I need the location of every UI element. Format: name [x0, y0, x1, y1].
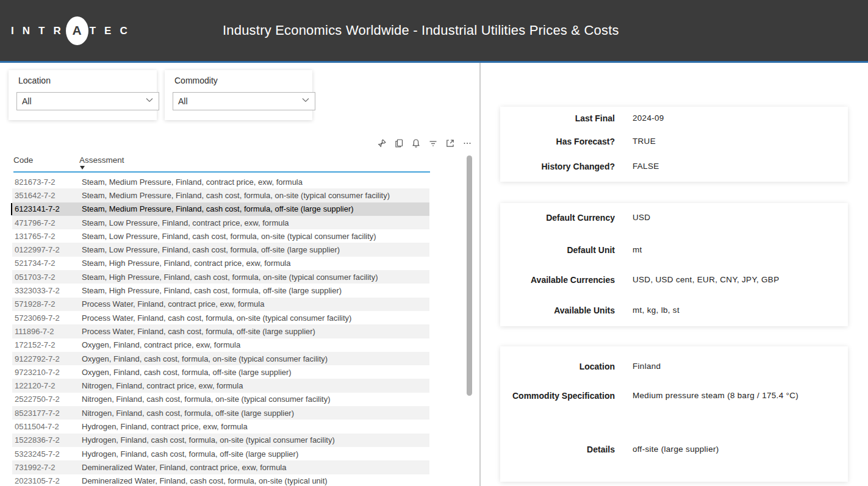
table-row[interactable]: 0122997-7-2Steam, Low Pressure, Finland,… — [12, 243, 429, 256]
location-dropdown-value: All — [22, 96, 145, 106]
code-cell: 521734-7-2 — [12, 259, 82, 268]
table-row[interactable]: 5323245-7-2Hydrogen, Finland, cash cost,… — [12, 447, 429, 460]
detail-field: Detailsoff-site (large supplier) — [500, 444, 848, 455]
table-row[interactable]: 122120-7-2Nitrogen, Finland, contract pr… — [12, 379, 429, 392]
code-cell: 051703-7-2 — [12, 273, 82, 282]
assessment-cell: Nitrogen, Finland, cash cost, formula, o… — [82, 395, 429, 404]
accent-bar — [0, 61, 868, 63]
table-row[interactable]: 351642-7-2Steam, Medium Pressure, Finlan… — [12, 188, 429, 202]
table-row[interactable]: 471796-7-2Steam, Low Pressure, Finland, … — [12, 216, 429, 229]
table-header-underline — [13, 171, 430, 173]
code-cell: 5323245-7-2 — [12, 449, 82, 459]
assessment-cell: Steam, High Pressure, Finland, cash cost… — [82, 273, 429, 282]
detail-field-label: Default Unit — [500, 245, 615, 256]
code-cell: 731992-7-2 — [12, 463, 82, 472]
copy-icon[interactable] — [394, 138, 404, 148]
detail-field-value: 2024-09 — [633, 113, 843, 124]
table-row[interactable]: 521734-7-2Steam, High Pressure, Finland,… — [12, 257, 429, 270]
code-cell: 0122997-7-2 — [12, 245, 82, 254]
app-header: INTR A TEC Industry Economics Worldwide … — [0, 0, 868, 61]
assessment-cell: Oxygen, Finland, cash cost, formula, off… — [82, 368, 429, 377]
table-row[interactable]: 731992-7-2Demineralized Water, Finland, … — [12, 460, 429, 474]
more-options-icon[interactable] — [462, 138, 472, 148]
intratec-logo: INTR A TEC — [11, 0, 136, 61]
assessment-cell: Oxygen, Finland, cash cost, formula, on-… — [82, 354, 429, 363]
detail-card: Default CurrencyUSDDefault UnitmtAvailab… — [500, 203, 848, 326]
detail-field-value: Medium pressure steam (8 barg / 175.4 °C… — [633, 390, 843, 401]
code-cell: 122120-7-2 — [12, 381, 82, 390]
assessment-cell: Hydrogen, Finland, cash cost, formula, o… — [82, 449, 429, 459]
pin-icon[interactable] — [377, 138, 387, 148]
detail-field: Last Final2024-09 — [500, 113, 848, 124]
detail-field-label: Commodity Specification — [500, 390, 615, 401]
visual-toolbar — [377, 138, 472, 148]
filter-icon[interactable] — [428, 138, 438, 148]
detail-field-label: Details — [500, 444, 615, 455]
assessment-cell: Demineralized Water, Finland, cash cost,… — [82, 476, 429, 485]
code-cell: 111896-7-2 — [12, 327, 82, 336]
column-header-code[interactable]: Code — [13, 155, 33, 165]
table-row[interactable]: 9122792-7-2Oxygen, Finland, cash cost, f… — [12, 352, 429, 365]
assessment-cell: Steam, Low Pressure, Finland, cash cost,… — [82, 232, 429, 241]
code-cell: 8523177-7-2 — [12, 409, 82, 418]
assessment-cell: Hydrogen, Finland, cash cost, formula, o… — [82, 435, 429, 445]
code-cell: 172152-7-2 — [12, 340, 82, 349]
code-cell: 351642-7-2 — [12, 191, 82, 200]
code-cell: 2522750-7-2 — [12, 395, 82, 404]
location-dropdown[interactable]: All — [16, 92, 159, 110]
code-cell: 9723210-7-2 — [12, 368, 82, 377]
sort-descending-icon — [80, 166, 85, 170]
assessment-cell: Nitrogen, Finland, contract price, exw, … — [82, 381, 429, 390]
code-cell: 9122792-7-2 — [12, 354, 82, 363]
detail-field-value: USD, USD cent, EUR, CNY, JPY, GBP — [633, 274, 843, 285]
detail-field-value: USD — [633, 212, 843, 223]
assessment-cell: Process Water, Finland, cash cost, formu… — [82, 327, 429, 336]
commodity-dropdown-value: All — [178, 96, 301, 106]
table-row[interactable]: 3323033-7-2Steam, High Pressure, Finland… — [12, 284, 429, 297]
table-row[interactable]: 0511504-7-2Hydrogen, Finland, contract p… — [12, 420, 429, 433]
detail-field: Available CurrenciesUSD, USD cent, EUR, … — [500, 274, 848, 285]
code-cell: 5723069-7-2 — [12, 313, 82, 323]
detail-card: Last Final2024-09Has Forecast?TRUEHistor… — [500, 107, 848, 182]
code-cell: 3323033-7-2 — [12, 286, 82, 295]
app-window: INTR A TEC Industry Economics Worldwide … — [0, 0, 868, 486]
alert-icon[interactable] — [411, 138, 421, 148]
table-row[interactable]: 8523177-7-2Nitrogen, Finland, cash cost,… — [12, 406, 429, 420]
location-filter-label: Location — [18, 76, 51, 85]
detail-field-value: FALSE — [633, 161, 843, 172]
assessment-cell: Oxygen, Finland, contract price, exw, fo… — [82, 340, 429, 349]
column-header-assessment[interactable]: Assessment — [79, 155, 124, 165]
table-row[interactable]: 821673-7-2Steam, Medium Pressure, Finlan… — [12, 175, 429, 188]
table-scrollbar-thumb[interactable] — [467, 155, 472, 396]
detail-field-label: Last Final — [500, 113, 615, 124]
detail-field: Default Unitmt — [500, 245, 848, 256]
table-row[interactable]: 111896-7-2Process Water, Finland, cash c… — [12, 324, 429, 338]
table-row[interactable]: 571928-7-2Process Water, Finland, contra… — [12, 298, 429, 311]
detail-field: Available Unitsmt, kg, lb, st — [500, 305, 848, 316]
table-row[interactable]: 2023105-7-2Demineralized Water, Finland,… — [12, 474, 429, 486]
commodity-filter-label: Commodity — [174, 76, 218, 85]
focus-mode-icon[interactable] — [445, 138, 455, 148]
detail-field: LocationFinland — [500, 361, 848, 372]
table-row[interactable]: 2522750-7-2Nitrogen, Finland, cash cost,… — [12, 393, 429, 406]
assessment-cell: Steam, Low Pressure, Finland, cash cost,… — [82, 245, 429, 254]
table-row[interactable]: 9723210-7-2Oxygen, Finland, cash cost, f… — [12, 365, 429, 379]
detail-field-label: Location — [500, 361, 615, 372]
table-row[interactable]: 6123141-7-2Steam, Medium Pressure, Finla… — [12, 202, 429, 216]
assessment-cell: Steam, Low Pressure, Finland, contract p… — [82, 218, 429, 227]
selection-caret — [11, 203, 12, 215]
table-row[interactable]: 5723069-7-2Process Water, Finland, cash … — [12, 311, 429, 324]
assessment-cell: Demineralized Water, Finland, contract p… — [82, 463, 429, 472]
detail-card: LocationFinlandCommodity SpecificationMe… — [500, 346, 848, 482]
logo-circle-a: A — [66, 16, 88, 45]
table-row[interactable]: 172152-7-2Oxygen, Finland, contract pric… — [12, 338, 429, 352]
table-body: 821673-7-2Steam, Medium Pressure, Finlan… — [12, 175, 429, 486]
detail-field: History Changed?FALSE — [500, 161, 848, 172]
commodity-dropdown[interactable]: All — [173, 92, 315, 110]
table-row[interactable]: 051703-7-2Steam, High Pressure, Finland,… — [12, 270, 429, 284]
assessment-cell: Steam, Medium Pressure, Finland, contrac… — [82, 177, 429, 187]
table-row[interactable]: 1522836-7-2Hydrogen, Finland, cash cost,… — [12, 434, 429, 447]
table-row[interactable]: 131765-7-2Steam, Low Pressure, Finland, … — [12, 229, 429, 243]
detail-field-label: Default Currency — [500, 212, 615, 223]
code-cell: 6123141-7-2 — [12, 204, 82, 213]
